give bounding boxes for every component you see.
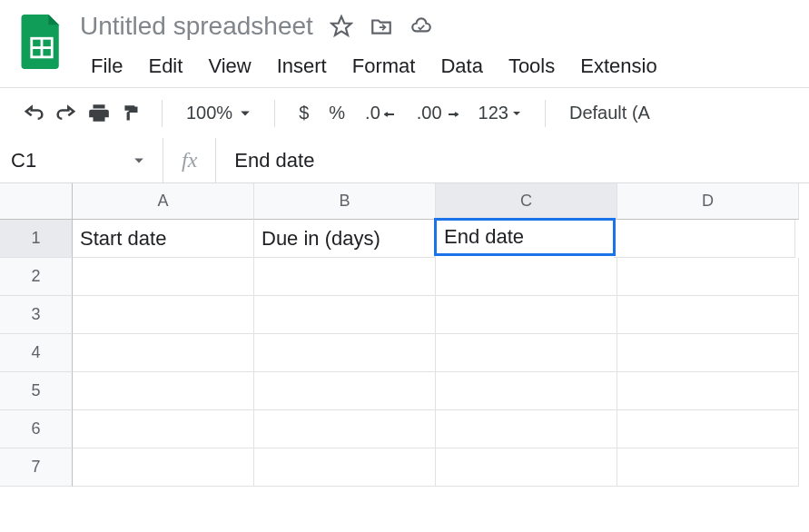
cell-b4[interactable] bbox=[254, 334, 436, 372]
fx-label: fx bbox=[163, 138, 216, 182]
cell-b3[interactable] bbox=[254, 296, 436, 334]
menu-format[interactable]: Format bbox=[341, 51, 427, 82]
menu-view[interactable]: View bbox=[197, 51, 261, 82]
undo-button[interactable] bbox=[18, 98, 49, 129]
toolbar: 100% $ % .0 .00 123 Default (A bbox=[0, 87, 809, 138]
col-header-b[interactable]: B bbox=[254, 183, 436, 220]
print-button[interactable] bbox=[84, 98, 114, 129]
cell-c4[interactable] bbox=[436, 334, 617, 372]
cell-d5[interactable] bbox=[617, 372, 799, 410]
menu-file[interactable]: File bbox=[80, 51, 133, 82]
toolbar-separator bbox=[274, 100, 275, 127]
menu-tools[interactable]: Tools bbox=[498, 51, 566, 82]
cell-b6[interactable] bbox=[254, 410, 436, 448]
cell-a4[interactable] bbox=[73, 334, 254, 372]
increase-decimal-button[interactable]: .00 bbox=[408, 103, 468, 123]
name-box[interactable]: C1 bbox=[0, 138, 163, 182]
currency-button[interactable]: $ bbox=[290, 103, 318, 123]
arrow-left-under-icon bbox=[384, 109, 397, 118]
cell-c1[interactable]: End date bbox=[434, 218, 616, 256]
zoom-value: 100% bbox=[186, 103, 232, 123]
decrease-decimal-button[interactable]: .0 bbox=[356, 103, 406, 123]
row-header-5[interactable]: 5 bbox=[0, 372, 73, 410]
app-header: Untitled spreadsheet File Edit View Inse… bbox=[0, 0, 809, 87]
cell-c6[interactable] bbox=[436, 410, 617, 448]
cell-a3[interactable] bbox=[73, 296, 254, 334]
spreadsheet-grid: A B C D 1 2 3 4 5 6 7 Start date Due in … bbox=[0, 183, 809, 487]
col-header-d[interactable]: D bbox=[617, 183, 799, 220]
menu-extensions[interactable]: Extensio bbox=[569, 51, 667, 82]
cell-d1[interactable] bbox=[614, 220, 795, 258]
row-header-3[interactable]: 3 bbox=[0, 296, 73, 334]
cell-b1[interactable]: Due in (days) bbox=[254, 220, 436, 258]
more-formats-dropdown[interactable]: 123 bbox=[469, 103, 530, 123]
cell-a7[interactable] bbox=[73, 448, 254, 487]
cloud-saved-icon[interactable] bbox=[409, 15, 433, 38]
select-all-corner[interactable] bbox=[0, 183, 73, 220]
row-header-7[interactable]: 7 bbox=[0, 448, 73, 487]
star-icon[interactable] bbox=[330, 15, 353, 38]
redo-button[interactable] bbox=[51, 98, 82, 129]
percent-button[interactable]: % bbox=[320, 103, 354, 123]
formula-input[interactable] bbox=[216, 138, 809, 182]
column-headers: A B C D bbox=[73, 183, 799, 220]
cells-area: Start date Due in (days) End date bbox=[73, 220, 799, 487]
row-header-1[interactable]: 1 bbox=[0, 220, 73, 258]
row-headers: 1 2 3 4 5 6 7 bbox=[0, 220, 73, 487]
zoom-dropdown[interactable]: 100% bbox=[177, 103, 260, 123]
toolbar-separator bbox=[162, 100, 163, 127]
chevron-down-icon bbox=[512, 109, 521, 118]
cell-a5[interactable] bbox=[73, 372, 254, 410]
toolbar-separator bbox=[545, 100, 546, 127]
cell-d7[interactable] bbox=[617, 448, 799, 487]
move-folder-icon[interactable] bbox=[370, 15, 393, 38]
cell-d2[interactable] bbox=[617, 258, 799, 296]
col-header-c[interactable]: C bbox=[436, 183, 617, 220]
font-dropdown[interactable]: Default (A bbox=[560, 103, 659, 123]
menubar: File Edit View Insert Format Data Tools … bbox=[80, 45, 809, 87]
menu-data[interactable]: Data bbox=[429, 51, 493, 82]
cell-d3[interactable] bbox=[617, 296, 799, 334]
arrow-right-under-icon bbox=[446, 109, 459, 118]
formula-bar: C1 fx bbox=[0, 138, 809, 183]
svg-marker-3 bbox=[331, 16, 351, 35]
cell-c5[interactable] bbox=[436, 372, 617, 410]
cell-c7[interactable] bbox=[436, 448, 617, 487]
header-content: Untitled spreadsheet File Edit View Inse… bbox=[80, 7, 809, 87]
cell-c3[interactable] bbox=[436, 296, 617, 334]
sheets-logo[interactable] bbox=[16, 15, 67, 69]
chevron-down-icon bbox=[240, 108, 251, 119]
menu-edit[interactable]: Edit bbox=[137, 51, 193, 82]
cell-b2[interactable] bbox=[254, 258, 436, 296]
cell-b7[interactable] bbox=[254, 448, 436, 487]
paint-format-button[interactable] bbox=[116, 98, 147, 129]
menu-insert[interactable]: Insert bbox=[266, 51, 338, 82]
row-header-4[interactable]: 4 bbox=[0, 334, 73, 372]
cell-b5[interactable] bbox=[254, 372, 436, 410]
document-title[interactable]: Untitled spreadsheet bbox=[80, 12, 313, 41]
cell-reference: C1 bbox=[11, 149, 36, 172]
col-header-a[interactable]: A bbox=[73, 183, 254, 220]
cell-c2[interactable] bbox=[436, 258, 617, 296]
title-row: Untitled spreadsheet bbox=[80, 7, 809, 45]
cell-a1[interactable]: Start date bbox=[73, 220, 254, 258]
cell-a6[interactable] bbox=[73, 410, 254, 448]
cell-d6[interactable] bbox=[617, 410, 799, 448]
row-header-6[interactable]: 6 bbox=[0, 410, 73, 448]
row-header-2[interactable]: 2 bbox=[0, 258, 73, 296]
cell-a2[interactable] bbox=[73, 258, 254, 296]
chevron-down-icon bbox=[133, 155, 144, 166]
cell-d4[interactable] bbox=[617, 334, 799, 372]
